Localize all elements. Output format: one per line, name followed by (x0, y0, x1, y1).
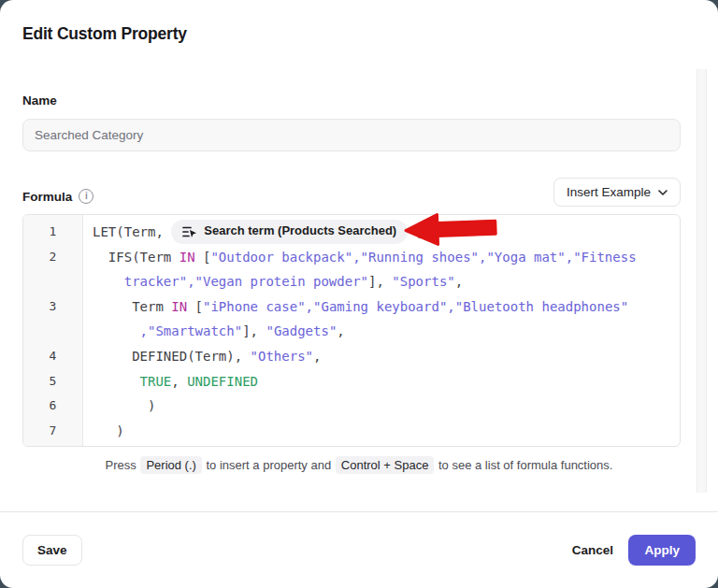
code-row: DEFINED(Term), "Others", (93, 344, 674, 369)
code-row: ,"Smartwatch"], "Gadgets", (93, 319, 674, 344)
code-token: "Sports" (392, 274, 454, 289)
code-token: DEFINED(Term), (93, 349, 251, 364)
code-token: "Others" (251, 349, 313, 364)
edit-custom-property-dialog: Edit Custom Property Name Formula i Inse… (0, 0, 718, 588)
formula-label-row: Formula i (22, 189, 93, 204)
code-row: ) (93, 419, 674, 444)
code-row: TRUE, UNDEFINED (93, 369, 674, 394)
code-token: "iPhone case","Gaming keyboard","Bluetoo… (203, 299, 628, 314)
hint-suffix: to see a list of formula functions. (435, 458, 612, 472)
info-icon[interactable]: i (79, 189, 93, 204)
code-token: ], (368, 274, 392, 289)
apply-button[interactable]: Apply (628, 535, 696, 566)
code-token: "Gadgets" (266, 323, 337, 338)
hint-prefix: Press (106, 458, 140, 472)
code-row: tracker","Vegan protein powder"], "Sport… (93, 269, 674, 294)
property-chip[interactable]: Search term (Products Searched) (171, 220, 408, 244)
code-token: tracker","Vegan protein powder" (124, 274, 368, 289)
formula-hint: Press Period (.) to insert a property an… (0, 458, 718, 472)
code-token: ,"Smartwatch" (140, 323, 243, 338)
code-token: ) (93, 423, 124, 438)
formula-label: Formula (22, 190, 72, 204)
code-row: ) (93, 394, 674, 419)
insert-example-label: Insert Example (567, 185, 651, 199)
line-number: 1 (23, 220, 82, 245)
code-token: TRUE (140, 374, 172, 389)
line-number: 4 (23, 344, 82, 369)
code-row: IFS(Term IN ["Outdoor backpack","Running… (93, 245, 674, 270)
code-token: , (408, 224, 424, 239)
code-token: ) (93, 398, 155, 413)
formula-code-editor[interactable]: 1234567 LET(Term, Search term (Products … (22, 214, 681, 447)
code-token: , (171, 374, 187, 389)
code-token: "Outdoor backpack","Running shoes","Yoga… (210, 250, 636, 265)
code-gutter: 1234567 (23, 215, 83, 446)
line-number (23, 269, 82, 294)
code-token: Term (93, 299, 171, 314)
code-token: IN (171, 299, 187, 314)
line-number: 7 (23, 419, 82, 444)
line-number: 5 (23, 369, 82, 394)
line-number: 3 (23, 294, 82, 320)
code-token: UNDEFINED (187, 374, 258, 389)
code-token: , (455, 274, 463, 289)
property-chip-label: Search term (Products Searched) (204, 219, 396, 244)
insert-example-button[interactable]: Insert Example (553, 178, 681, 207)
footer-divider (0, 511, 718, 512)
name-input[interactable] (22, 119, 681, 151)
chevron-down-icon (658, 190, 668, 195)
code-row: LET(Term, Search term (Products Searched… (93, 220, 674, 245)
code-token: IN (180, 250, 195, 265)
code-token: [ (195, 250, 211, 265)
scrollbar[interactable] (696, 69, 707, 493)
code-token: ], (242, 323, 266, 338)
code-token: IFS(Term (93, 250, 180, 265)
cancel-button[interactable]: Cancel (565, 535, 621, 566)
save-button[interactable]: Save (22, 535, 82, 566)
code-token: [ (187, 299, 203, 314)
hint-middle: to insert a property and (203, 458, 335, 472)
page-title: Edit Custom Property (22, 24, 187, 44)
name-label: Name (22, 93, 57, 108)
code-token (93, 374, 140, 389)
code-row: Term IN ["iPhone case","Gaming keyboard"… (93, 294, 674, 320)
code-token: LET(Term, (93, 224, 171, 239)
code-lines: LET(Term, Search term (Products Searched… (83, 215, 680, 446)
line-number: 2 (23, 245, 82, 270)
insert-field-icon (182, 225, 197, 238)
code-token: , (313, 349, 321, 364)
code-token (93, 274, 124, 289)
kbd-period: Period (.) (140, 456, 201, 474)
line-number (23, 319, 82, 344)
kbd-control-space: Control + Space (336, 456, 435, 474)
code-token: , (337, 323, 344, 338)
code-token (93, 323, 140, 338)
line-number: 6 (23, 394, 82, 419)
